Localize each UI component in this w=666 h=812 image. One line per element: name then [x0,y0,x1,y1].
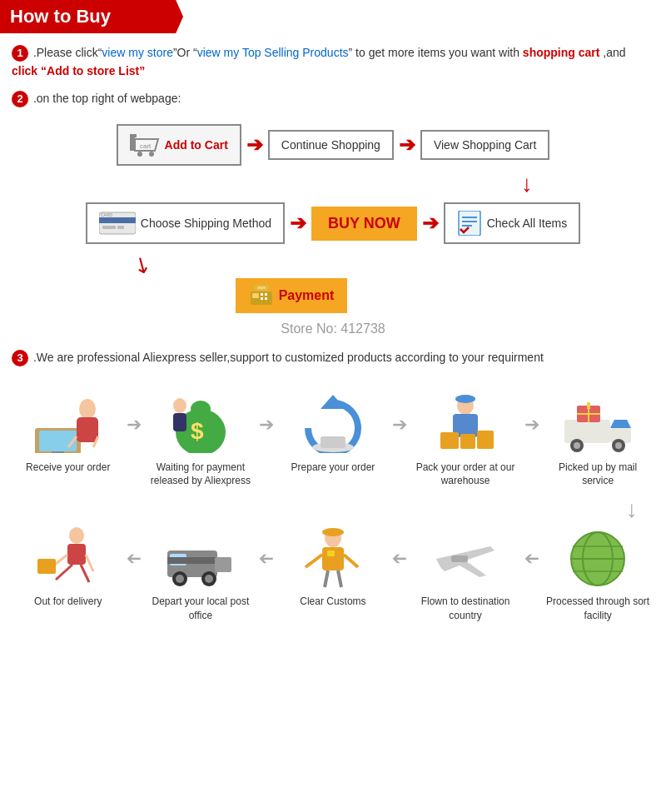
svg-rect-20 [261,297,263,300]
process-item-waiting: $ Waiting for payment released by Aliexp… [147,389,255,489]
payment-icon [249,285,274,306]
process-item-delivery: Out for delivery [14,523,122,609]
step1-block: 1 .Please click“view my store”Or “view m… [12,43,654,81]
flown-icon [424,523,507,590]
svg-point-69 [205,575,213,583]
checklist-icon [457,211,482,236]
process-arrow-r4: ➔ [524,548,539,570]
receive-icon [27,389,110,456]
svg-point-4 [149,152,154,157]
prepare-icon [291,389,375,456]
process-item-depart: Depart your local post office [147,523,255,623]
svg-point-3 [137,152,142,157]
svg-line-79 [338,570,341,587]
svg-line-77 [344,555,358,567]
process-arrow-3: ➔ [392,414,407,436]
arrow-down-1: ↓ [521,171,533,197]
svg-rect-28 [77,417,98,442]
buy-now-label: BUY NOW [328,215,400,232]
svg-rect-8 [99,217,136,223]
svg-point-49 [574,442,580,449]
check-all-items-button[interactable]: Check All Items [444,202,580,244]
svg-rect-38 [321,436,345,448]
process-arrow-2: ➔ [259,414,274,436]
add-to-cart-label: Add to Cart [165,138,228,152]
store-number: Store No: 412738 [281,321,385,336]
svg-line-61 [81,565,89,582]
svg-point-51 [615,442,622,449]
svg-rect-62 [37,559,56,574]
svg-point-32 [191,401,211,417]
process-flow-section: Receive your order ➔ $ Waiting for payme [12,381,654,640]
svg-line-78 [325,570,328,587]
flow-row-1: cart Add to Cart ➔ Continue Shopping ➔ V… [117,124,550,166]
step1-text2: ”Or “ [173,46,197,59]
pickup-label: Picked up by mail service [544,461,652,489]
process-item-prepare: Prepare your order [279,389,387,475]
arrow-left-1: ➔ [290,212,306,235]
svg-point-27 [79,399,96,419]
payment-button[interactable]: Payment [236,278,348,313]
customs-label: Clear Customs [300,595,365,609]
pack-label: Pack your order at our warehouse [411,461,519,489]
flow-diagram: cart Add to Cart ➔ Continue Shopping ➔ V… [12,119,654,336]
svg-point-56 [69,527,84,544]
flow-row-2: CARD Choose Shipping Method ➔ BUY NOW ➔ [86,202,580,244]
step2-block: 2 .on the top right of webpage: [12,89,654,107]
header-bar: How to Buy [0,0,183,33]
svg-rect-17 [252,293,259,298]
check-all-items-label: Check All Items [487,217,567,230]
svg-rect-21 [265,297,267,300]
between-rows-arrow: ↓ [12,496,654,523]
pack-icon [424,389,507,456]
sort-label: Processed through sort facility [544,595,652,623]
process-row-1: Receive your order ➔ $ Waiting for payme [12,389,654,489]
buy-now-button[interactable]: BUY NOW [311,207,417,241]
svg-point-41 [455,395,475,403]
down-arrow-container: ↓ [83,171,583,197]
delivery-icon [27,523,110,590]
waiting-label: Waiting for payment released by Aliexpre… [147,461,255,489]
view-my-store-link[interactable]: view my store [102,46,173,59]
payment-label: Payment [279,288,335,303]
view-shopping-cart-label: View Shopping Cart [434,138,536,152]
waiting-icon: $ [159,389,242,456]
svg-line-60 [56,565,72,580]
svg-rect-44 [477,431,494,449]
choose-shipping-button[interactable]: CARD Choose Shipping Method [86,202,285,244]
continue-shopping-button[interactable]: Continue Shopping [268,130,394,160]
svg-rect-80 [451,555,468,562]
process-arrow-r3: ➔ [392,548,407,570]
arrow-diag: ↘ [128,250,157,281]
svg-rect-70 [215,557,231,572]
process-item-sort: Processed through sort facility [544,523,652,623]
step2-text: .on the top right of webpage: [33,92,181,105]
svg-rect-35 [173,413,186,431]
svg-rect-9 [102,226,116,229]
svg-text:cart: cart [140,142,152,150]
svg-rect-23 [257,286,266,289]
svg-point-34 [173,398,186,413]
svg-rect-42 [440,432,459,449]
svg-rect-26 [52,451,64,453]
depart-icon [159,523,242,590]
svg-marker-47 [610,420,631,428]
process-arrow-r1: ➔ [127,548,142,570]
process-row-2: Out for delivery ➔ [12,523,654,623]
header-title: How to Buy [10,6,111,27]
svg-line-76 [306,555,322,567]
add-to-cart-button[interactable]: cart Add to Cart [117,124,241,166]
svg-rect-43 [460,434,475,449]
process-arrow-1: ➔ [127,414,142,436]
svg-rect-75 [327,550,335,556]
svg-rect-73 [327,529,339,534]
sort-icon [556,523,639,590]
process-item-pickup: Picked up by mail service [544,389,652,489]
svg-rect-10 [117,226,124,229]
cart-icon: cart [130,132,160,157]
view-shopping-cart-button[interactable]: View Shopping Cart [420,130,549,160]
svg-point-67 [176,575,184,583]
arrow-1: ➔ [246,133,263,157]
process-arrow-r2: ➔ [259,548,274,570]
top-selling-link[interactable]: view my Top Selling Products [197,46,349,59]
